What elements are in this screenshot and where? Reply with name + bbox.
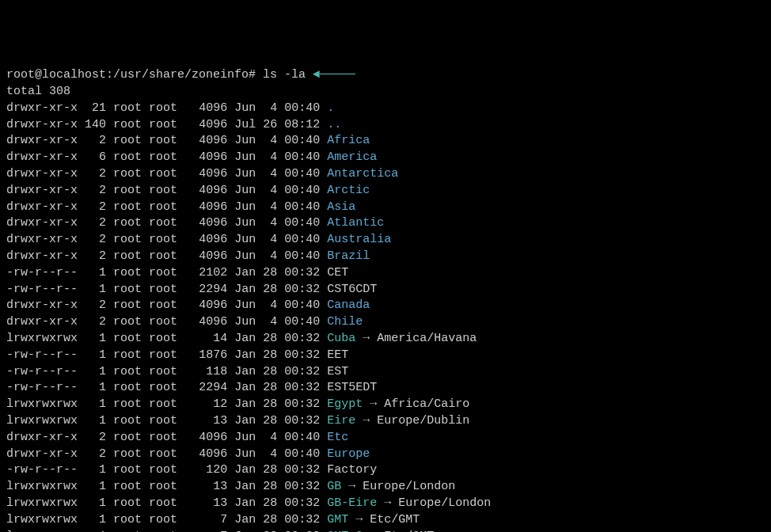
file-owner: root [113,283,142,296]
file-group: root [149,348,177,362]
file-group: root [149,150,177,164]
file-size: 13 [184,496,227,510]
symlink-arrow-icon: → [377,496,398,510]
file-owner: root [113,266,142,279]
file-permissions: drwxr-xr-x [6,315,78,329]
file-group: root [149,216,177,230]
file-permissions: drwxr-xr-x [6,249,78,263]
file-link-count: 1 [85,530,106,533]
ls-entry-row: drwxr-xr-x 2 root root 4096 Jun 4 00:40 … [6,430,765,446]
file-name: EET [327,348,348,362]
file-size: 7 [184,513,227,526]
file-permissions: lrwxrwxrwx [6,332,78,345]
file-date: Jan 28 00:32 [234,348,320,362]
ls-entry-row: drwxr-xr-x 2 root root 4096 Jun 4 00:40 … [6,232,765,249]
file-name: Cuba [327,332,355,345]
file-group: root [149,233,177,246]
symlink-arrow-icon: → [363,397,384,411]
file-link-count: 1 [85,365,106,378]
ls-entry-row: drwxr-xr-x 6 root root 4096 Jun 4 00:40 … [6,150,765,166]
file-permissions: drwxr-xr-x [6,233,78,246]
file-size: 120 [184,463,227,477]
file-link-count: 2 [85,200,106,214]
file-link-count: 2 [85,249,106,263]
file-date: Jan 28 00:32 [234,463,320,477]
file-size: 4096 [184,431,227,444]
file-size: 4096 [184,298,227,312]
prompt-user-host: root@localhost [6,68,106,82]
file-link-count: 2 [85,233,106,246]
ls-entry-row: drwxr-xr-x 2 root root 4096 Jun 4 00:40 … [6,200,765,216]
file-name: Eire [327,414,355,428]
file-permissions: drwxr-xr-x [6,101,78,115]
file-size: 2294 [184,381,227,394]
file-owner: root [113,530,142,533]
file-date: Jan 28 00:32 [234,332,320,345]
file-name: GMT+0 [327,530,363,533]
file-permissions: drwxr-xr-x [6,298,78,312]
file-owner: root [113,233,142,246]
file-group: root [149,200,177,214]
file-link-count: 1 [85,480,106,493]
file-permissions: drwxr-xr-x [6,216,78,230]
symlink-target: Etc/GMT [384,530,434,533]
file-link-count: 1 [85,381,106,394]
file-name: Africa [327,134,370,147]
file-name: Arctic [327,184,370,197]
file-group: root [149,513,177,526]
file-group: root [149,118,177,131]
file-group: root [149,298,177,312]
file-link-count: 2 [85,134,106,147]
file-owner: root [113,298,142,312]
ls-entry-row: -rw-r--r-- 1 root root 2294 Jan 28 00:32… [6,282,765,298]
file-name: EST5EDT [327,381,377,394]
file-date: Jan 28 00:32 [234,414,320,428]
file-group: root [149,496,177,510]
file-link-count: 1 [85,348,106,362]
file-size: 4096 [184,150,227,164]
file-owner: root [113,167,142,180]
file-link-count: 1 [85,397,106,411]
file-link-count: 2 [85,167,106,180]
file-permissions: -rw-r--r-- [6,266,78,279]
file-name: Asia [327,200,355,214]
file-permissions: lrwxrwxrwx [6,513,78,526]
symlink-target: Africa/Cairo [384,397,469,411]
file-date: Jan 28 00:32 [234,397,320,411]
file-permissions: drwxr-xr-x [6,167,78,180]
file-date: Jun 4 00:40 [234,249,320,263]
file-permissions: -rw-r--r-- [6,463,78,477]
file-owner: root [113,332,142,345]
terminal-output[interactable]: root@localhost:/usr/share/zoneinfo# ls -… [6,67,765,532]
file-permissions: drwxr-xr-x [6,447,78,461]
file-group: root [149,315,177,329]
file-link-count: 1 [85,496,106,510]
ls-entry-row: lrwxrwxrwx 1 root root 13 Jan 28 00:32 G… [6,479,765,496]
ls-entry-row: drwxr-xr-x 2 root root 4096 Jun 4 00:40 … [6,446,765,463]
file-date: Jun 4 00:40 [234,315,320,329]
command-text: ls -la [263,68,313,82]
ls-entry-row: -rw-r--r-- 1 root root 118 Jan 28 00:32 … [6,364,765,381]
file-permissions: drwxr-xr-x [6,184,78,197]
file-size: 13 [184,414,227,428]
file-link-count: 2 [85,184,106,197]
ls-entry-row: drwxr-xr-x 2 root root 4096 Jun 4 00:40 … [6,166,765,183]
file-link-count: 2 [85,431,106,444]
file-size: 4096 [184,118,227,131]
file-group: root [149,167,177,180]
file-name: Brazil [327,249,370,263]
file-group: root [149,332,177,345]
file-owner: root [113,463,142,477]
file-link-count: 2 [85,298,106,312]
file-group: root [149,101,177,115]
file-date: Jun 4 00:40 [234,200,320,214]
file-size: 118 [184,365,227,378]
file-date: Jan 28 00:32 [234,480,320,493]
file-group: root [149,530,177,533]
file-permissions: drwxr-xr-x [6,134,78,147]
file-date: Jan 28 00:32 [234,381,320,394]
ls-entry-row: drwxr-xr-x 2 root root 4096 Jun 4 00:40 … [6,183,765,200]
file-owner: root [113,118,142,131]
file-date: Jan 28 00:32 [234,496,320,510]
file-owner: root [113,200,142,214]
